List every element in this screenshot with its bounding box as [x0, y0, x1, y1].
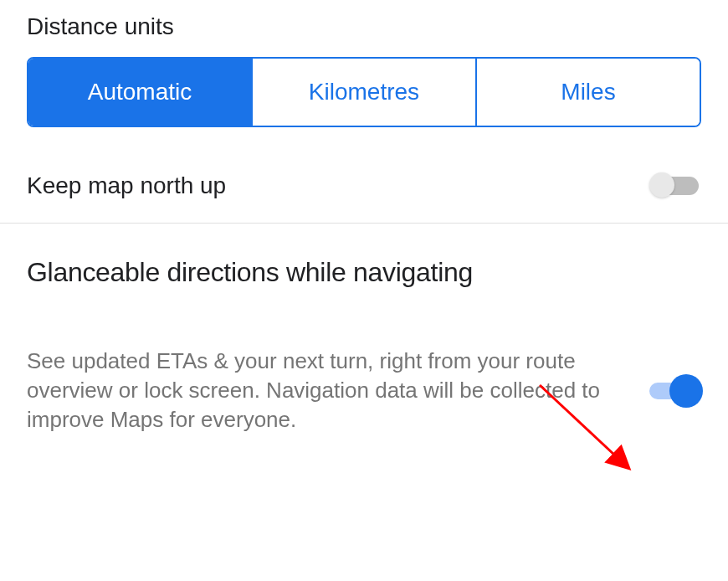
keep-north-label: Keep map north up	[27, 172, 226, 199]
distance-units-selector: Automatic Kilometres Miles	[27, 57, 701, 127]
glanceable-heading: Glanceable directions while navigating	[0, 224, 728, 305]
segment-kilometres[interactable]: Kilometres	[253, 59, 477, 126]
toggle-thumb	[649, 172, 674, 198]
keep-north-toggle[interactable]	[651, 176, 701, 196]
annotation-arrow-icon	[531, 377, 649, 486]
segment-automatic[interactable]: Automatic	[28, 59, 253, 126]
glanceable-toggle[interactable]	[648, 374, 701, 408]
svg-line-1	[540, 385, 628, 467]
distance-units-title: Distance units	[27, 13, 701, 40]
keep-north-row: Keep map north up	[0, 162, 728, 224]
segment-miles[interactable]: Miles	[477, 59, 700, 126]
toggle-thumb	[669, 374, 703, 408]
